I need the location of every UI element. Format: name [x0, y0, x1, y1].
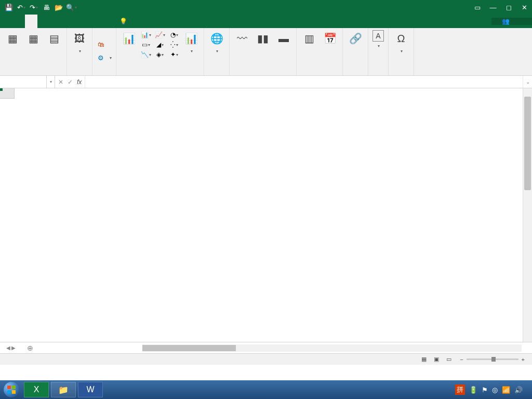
bar-chart-icon[interactable]: ▭▾: [139, 40, 153, 49]
tray-action-icon[interactable]: ◎: [492, 386, 498, 394]
store-icon: 🛍: [97, 41, 105, 49]
slicer-button[interactable]: ▥: [299, 29, 320, 49]
name-box-dropdown[interactable]: ▾: [47, 76, 55, 88]
tray-network-icon[interactable]: 📶: [502, 386, 510, 394]
sparkline-winloss-button[interactable]: ▬: [273, 29, 294, 49]
tab-layout[interactable]: [37, 15, 50, 28]
preview-icon[interactable]: 🔍▾: [65, 2, 77, 13]
group-charts-label: [118, 73, 202, 75]
surface-chart-icon[interactable]: ◈▾: [153, 50, 167, 59]
group-filters-label: [299, 73, 340, 75]
my-addins-button[interactable]: ⚙▾: [95, 53, 114, 63]
open-icon[interactable]: 📂: [53, 2, 64, 13]
zoom-slider[interactable]: [467, 358, 518, 360]
windows-logo-icon: [4, 382, 19, 397]
redo-icon[interactable]: ↷▾: [28, 2, 39, 13]
hyperlink-icon: 🔗: [347, 30, 364, 47]
sheet-nav-prev-icon[interactable]: ◀: [6, 345, 10, 351]
timeline-button[interactable]: 📅: [320, 29, 340, 49]
print-icon[interactable]: 🖶: [41, 2, 52, 13]
bulb-icon: 💡: [119, 18, 127, 25]
view-layout-icon[interactable]: ▣: [431, 355, 442, 364]
add-sheet-button[interactable]: ⊕: [22, 344, 38, 352]
close-icon[interactable]: ✕: [516, 0, 532, 15]
pivot-table-icon: ▦: [4, 30, 21, 47]
view-pagebreak-icon[interactable]: ▭: [443, 355, 455, 364]
horizontal-scrollbar[interactable]: [142, 344, 522, 352]
zoom-out-button[interactable]: −: [460, 356, 463, 363]
column-chart-icon[interactable]: 📊▾: [139, 30, 153, 39]
scatter-chart-icon[interactable]: ⁛▾: [167, 40, 181, 49]
tray-battery-icon[interactable]: 🔋: [469, 386, 477, 394]
share-icon: 👥: [497, 18, 515, 25]
svg-rect-3: [12, 390, 16, 394]
recommended-charts-button[interactable]: 📊: [118, 29, 139, 49]
pivot-chart-icon: 📊: [183, 30, 200, 47]
select-all-corner[interactable]: [0, 88, 15, 99]
radar-chart-icon[interactable]: ✦▾: [167, 50, 181, 59]
spreadsheet-grid[interactable]: [0, 88, 532, 342]
taskbar-explorer[interactable]: 📁: [51, 382, 76, 397]
minimize-icon[interactable]: —: [485, 0, 501, 15]
formula-expand-icon[interactable]: ⌄: [523, 76, 532, 88]
map3d-button[interactable]: 🌐▾: [206, 29, 227, 55]
stock-chart-icon[interactable]: 📉▾: [139, 50, 153, 59]
fx-icon[interactable]: fx: [77, 78, 82, 86]
taskbar-word[interactable]: W: [78, 382, 103, 397]
symbol-button[interactable]: Ω▾: [391, 29, 411, 55]
zoom-in-button[interactable]: +: [522, 356, 525, 363]
tab-view[interactable]: [87, 15, 100, 28]
sheet-nav-next-icon[interactable]: ▶: [11, 345, 16, 351]
share-button[interactable]: 👥: [491, 18, 532, 25]
group-sparklines-label: [232, 73, 294, 75]
undo-icon[interactable]: ↶▾: [16, 2, 27, 13]
cancel-formula-icon[interactable]: ✕: [58, 78, 63, 86]
table-button[interactable]: ▤: [44, 29, 64, 49]
sheet-bar: ◀ ▶ ⊕: [0, 342, 532, 353]
timeline-icon: 📅: [322, 30, 338, 47]
menu-bar: 💡 👥: [0, 15, 532, 28]
text-button[interactable]: A▾: [370, 29, 386, 49]
tray-sound-icon[interactable]: 🔊: [514, 386, 523, 394]
tab-formula[interactable]: [50, 15, 62, 28]
ribbon-options-icon[interactable]: ▭: [470, 0, 485, 15]
save-icon[interactable]: 💾: [3, 2, 15, 13]
formula-input[interactable]: [85, 76, 523, 88]
maximize-icon[interactable]: ◻: [501, 0, 516, 15]
pivot-table-button[interactable]: ▦: [2, 29, 23, 49]
illustrations-button[interactable]: 🖼▾: [69, 29, 90, 55]
line-chart-icon[interactable]: 📈▾: [153, 30, 167, 39]
svg-rect-0: [7, 385, 11, 389]
tray-ime-icon[interactable]: 拼: [455, 384, 465, 395]
tab-file[interactable]: [0, 15, 12, 28]
table-icon: ▤: [46, 30, 62, 47]
svg-rect-2: [7, 390, 11, 394]
illustrations-icon: 🖼: [71, 30, 88, 47]
group-tables-label: [2, 73, 64, 75]
accept-formula-icon[interactable]: ✓: [68, 78, 73, 86]
view-normal-icon[interactable]: ▦: [418, 355, 430, 364]
vertical-scrollbar[interactable]: [523, 88, 532, 342]
pivot-chart-button[interactable]: 📊▾: [181, 29, 202, 55]
tab-home[interactable]: [12, 15, 25, 28]
group-tours-label: [206, 73, 227, 75]
slicer-icon: ▥: [301, 30, 317, 47]
tab-insert[interactable]: [25, 15, 37, 28]
app-store-button[interactable]: 🛍: [95, 39, 109, 50]
area-chart-icon[interactable]: ◢▾: [153, 40, 167, 49]
hyperlink-button[interactable]: 🔗: [345, 29, 366, 49]
tab-data[interactable]: [62, 15, 75, 28]
sparkline-line-button[interactable]: 〰: [232, 29, 252, 49]
name-box[interactable]: [0, 76, 47, 88]
sparkline-winloss-icon: ▬: [275, 30, 292, 47]
pie-chart-icon[interactable]: ◔▾: [167, 30, 181, 39]
tell-me-search[interactable]: 💡: [112, 15, 130, 28]
sparkline-column-button[interactable]: ▮▮: [252, 29, 273, 49]
title-bar: 💾 ↶▾ ↷▾ 🖶 📂 🔍▾ ▭ — ◻ ✕: [0, 0, 532, 15]
tray-flag-icon[interactable]: ⚑: [482, 386, 488, 394]
start-button[interactable]: [0, 380, 23, 399]
tab-review[interactable]: [75, 15, 87, 28]
recommended-pivot-button[interactable]: ▦: [23, 29, 44, 49]
taskbar-excel[interactable]: X: [24, 382, 49, 397]
tab-powerpivot[interactable]: [100, 15, 112, 28]
